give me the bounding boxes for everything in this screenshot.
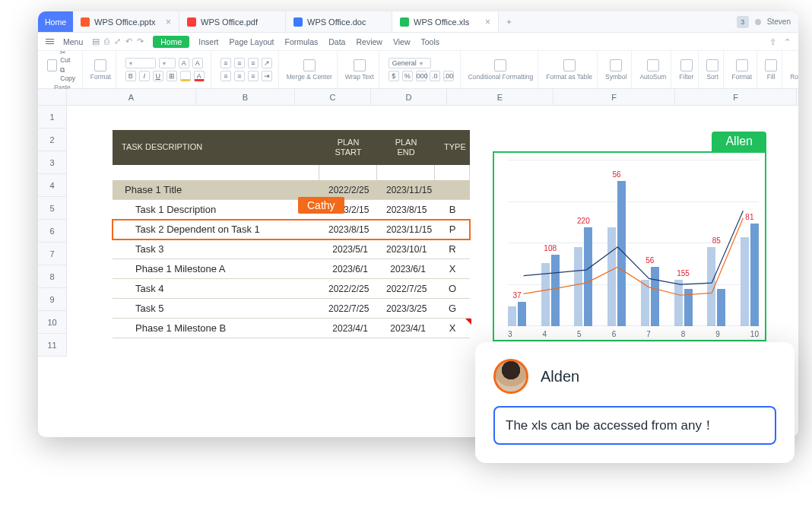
merge-group[interactable]: Merge & Center [282, 51, 338, 88]
collapse-ribbon-icon[interactable]: ⌃ [784, 37, 791, 46]
close-tab-icon[interactable]: × [485, 17, 490, 27]
cell-plan-start[interactable]: 2023/4/1 [319, 323, 377, 334]
comment-indicator-icon[interactable] [465, 319, 471, 325]
row-header[interactable]: 11 [38, 334, 67, 357]
cell-description[interactable]: Task 1 Description [113, 204, 319, 215]
align-top-icon[interactable]: ≡ [220, 58, 231, 68]
merge-icon[interactable] [303, 59, 316, 71]
cell-description[interactable]: Task 3 [113, 243, 319, 255]
wrap-group[interactable]: Wrap Text [341, 51, 379, 88]
cell-type[interactable]: O [435, 283, 470, 294]
user-avatar-icon[interactable] [755, 19, 761, 25]
fill-group[interactable]: Fill [760, 51, 782, 88]
decrease-decimal-icon[interactable]: .0 [430, 71, 440, 81]
table-row[interactable]: Phase 1 Title 2022/2/25 2023/11/15 [113, 180, 470, 200]
row-header[interactable]: 6 [38, 220, 67, 243]
cell-plan-end[interactable]: 2023/11/15 [377, 185, 435, 195]
select-all-corner[interactable] [38, 89, 67, 105]
cell-type[interactable]: G [435, 303, 470, 314]
column-header[interactable]: C [295, 89, 371, 105]
cell-plan-end[interactable]: 2023/11/15 [377, 224, 435, 235]
cond-format-group[interactable]: Conditional Formatting [464, 51, 539, 88]
document-tab[interactable]: WPS Office.doc [286, 11, 392, 32]
decrease-font-icon[interactable]: A [192, 58, 203, 68]
cut-button[interactable]: ✂ Cut [60, 49, 78, 64]
align-center-icon[interactable]: ≡ [234, 71, 245, 81]
font-size-select[interactable] [159, 58, 176, 68]
comma-icon[interactable]: 000 [416, 71, 427, 81]
menu-label[interactable]: Menu [63, 37, 83, 46]
row-header[interactable]: 10 [38, 311, 67, 334]
font-family-select[interactable] [125, 58, 156, 68]
italic-button[interactable]: I [139, 71, 150, 81]
column-header[interactable]: D [371, 89, 447, 105]
row-header[interactable]: 4 [38, 174, 67, 197]
paste-icon[interactable] [47, 59, 57, 71]
save-icon[interactable]: ▤ [92, 36, 100, 46]
cell-plan-start[interactable]: 2022/7/25 [319, 303, 377, 314]
ribbon-tab[interactable]: Formulas [285, 37, 319, 46]
border-button[interactable]: ⊞ [167, 71, 177, 81]
align-bottom-icon[interactable]: ≡ [248, 58, 259, 68]
undo-icon[interactable]: ↶ [125, 36, 132, 46]
increase-font-icon[interactable]: A [179, 58, 189, 68]
column-header[interactable]: F [675, 89, 797, 105]
row-header[interactable]: 8 [38, 265, 67, 288]
table-row[interactable]: Phase 1 Milestone A 2023/6/1 2023/6/1 X [113, 259, 470, 279]
cell-plan-end[interactable]: 2023/10/1 [377, 244, 435, 255]
document-tab[interactable]: WPS Office.pdf [179, 11, 286, 32]
font-color-button[interactable]: A [194, 71, 205, 81]
ribbon-tab[interactable]: Insert [198, 37, 218, 46]
autosum-group[interactable]: AutoSum [635, 51, 671, 88]
rows-cols-group[interactable]: Rows and Columns [785, 51, 798, 88]
print-icon[interactable]: ⎙ [104, 36, 109, 46]
cell-description[interactable]: Phase 1 Milestone B [113, 322, 319, 334]
embedded-chart[interactable]: Allen 3710822056561558581345678910 [493, 151, 766, 341]
cell-plan-start[interactable]: 2023/5/1 [319, 244, 377, 255]
row-header[interactable]: 9 [38, 288, 67, 311]
column-header[interactable]: B [196, 89, 295, 105]
row-header[interactable]: 5 [38, 197, 67, 220]
increase-decimal-icon[interactable]: .00 [443, 71, 454, 81]
format-cells-group[interactable]: Format [727, 51, 757, 88]
cell-description[interactable]: Phase 1 Title [113, 184, 319, 195]
sort-group[interactable]: Sort [702, 51, 724, 88]
comment-text-input[interactable]: The xls can be accessed from any！ [493, 406, 776, 445]
row-header[interactable]: 3 [38, 151, 67, 174]
align-middle-icon[interactable]: ≡ [234, 58, 245, 68]
table-row[interactable]: Task 2 Dependent on Task 1 2023/8/15 202… [113, 220, 470, 239]
preview-icon[interactable]: ⤢ [114, 36, 121, 46]
orientation-icon[interactable]: ↗ [262, 58, 272, 68]
align-left-icon[interactable]: ≡ [220, 71, 231, 81]
cell-plan-start[interactable]: 2022/2/25 [319, 185, 377, 195]
ribbon-tab[interactable]: View [393, 37, 411, 46]
copy-button[interactable]: ⧉ Copy [60, 66, 78, 82]
share-icon[interactable]: ⇪ [769, 37, 776, 46]
cell-type[interactable]: B [435, 204, 470, 215]
ribbon-tab[interactable]: Tools [420, 37, 439, 46]
cell-plan-start[interactable]: 2023/6/1 [319, 264, 377, 274]
table-row[interactable]: Task 3 2023/5/1 2023/10/1 R [113, 239, 470, 259]
cell-description[interactable]: Task 4 [113, 283, 319, 294]
column-header[interactable]: F [553, 89, 675, 105]
ribbon-tab[interactable]: Data [328, 37, 345, 46]
format-table-group[interactable]: Format as Table [541, 51, 598, 88]
ribbon-tab[interactable]: Review [356, 37, 382, 46]
fill-color-button[interactable] [180, 71, 191, 81]
cell-plan-start[interactable]: 2023/8/15 [319, 224, 377, 235]
redo-icon[interactable]: ↷ [137, 36, 144, 46]
cell-description[interactable]: Task 5 [113, 303, 319, 314]
cell-type[interactable]: X [435, 263, 470, 274]
format-painter-group[interactable]: Format [86, 51, 116, 88]
table-row[interactable]: Task 4 2022/2/25 2022/7/25 O [113, 279, 470, 299]
column-header[interactable]: A [67, 89, 196, 105]
notification-badge[interactable]: 3 [737, 16, 749, 28]
home-button[interactable]: Home [38, 11, 73, 32]
cell-plan-end[interactable]: 2022/7/25 [377, 284, 435, 294]
row-header[interactable]: 7 [38, 243, 67, 265]
hamburger-icon[interactable] [46, 39, 54, 45]
ribbon-tab[interactable]: Page Layout [230, 37, 274, 46]
document-tab[interactable]: WPS Office.xls× [392, 11, 499, 32]
cell-description[interactable]: Phase 1 Milestone A [113, 263, 319, 274]
align-right-icon[interactable]: ≡ [248, 71, 259, 81]
